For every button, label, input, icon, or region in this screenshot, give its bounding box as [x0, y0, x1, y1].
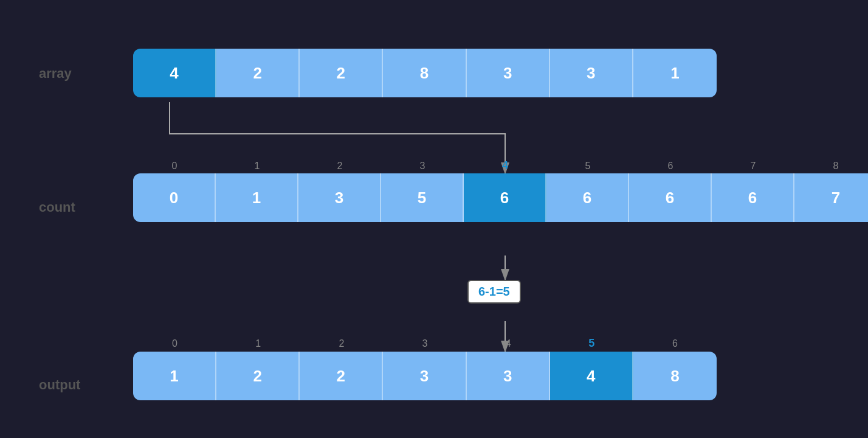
array-label: array: [39, 66, 72, 82]
output-cell-3: 3: [383, 352, 466, 400]
count-index-row: 012345678: [133, 159, 868, 172]
count-index-0: 0: [133, 159, 216, 172]
count-cell-3: 5: [381, 173, 464, 222]
output-cell-5: 4: [550, 352, 633, 400]
count-label: count: [39, 200, 75, 215]
output-cell-2: 2: [300, 352, 383, 400]
formula-box: 6-1=5: [467, 280, 521, 304]
array-cell-0: 4: [133, 49, 216, 97]
count-cell-8: 7: [794, 173, 868, 222]
output-cell-4: 3: [467, 352, 550, 400]
output-index-2: 2: [300, 337, 383, 350]
count-cell-1: 1: [216, 173, 298, 222]
array-container: 4228331: [133, 49, 717, 97]
output-container: 1223348: [133, 352, 717, 400]
array-cell-2: 2: [300, 49, 383, 97]
count-cell-7: 6: [712, 173, 794, 222]
output-label: output: [39, 377, 80, 393]
count-cell-4: 6: [464, 173, 546, 222]
count-cell-2: 3: [298, 173, 381, 222]
count-cell-0: 0: [133, 173, 216, 222]
count-index-4: 4: [464, 159, 546, 172]
array-cell-6: 1: [633, 49, 717, 97]
output-index-row: 0123456: [133, 337, 717, 350]
output-index-5: 5: [550, 337, 633, 350]
count-index-6: 6: [629, 159, 712, 172]
output-cell-1: 2: [216, 352, 300, 400]
output-index-4: 4: [467, 337, 550, 350]
count-index-1: 1: [216, 159, 298, 172]
count-index-8: 8: [794, 159, 868, 172]
array-cell-3: 8: [383, 49, 466, 97]
count-index-2: 2: [298, 159, 381, 172]
count-index-5: 5: [546, 159, 629, 172]
diagram: array 4228331 012345678 count 013566667 …: [39, 12, 829, 426]
output-index-1: 1: [216, 337, 300, 350]
array-cell-1: 2: [216, 49, 300, 97]
count-index-3: 3: [381, 159, 464, 172]
count-cell-5: 6: [546, 173, 629, 222]
output-cell-6: 8: [633, 352, 717, 400]
array-cell-4: 3: [467, 49, 550, 97]
output-index-3: 3: [383, 337, 466, 350]
count-cell-6: 6: [629, 173, 712, 222]
output-index-0: 0: [133, 337, 216, 350]
output-cell-0: 1: [133, 352, 216, 400]
count-container: 013566667: [133, 173, 868, 222]
array-cell-5: 3: [550, 49, 633, 97]
count-index-7: 7: [712, 159, 794, 172]
output-index-6: 6: [633, 337, 717, 350]
